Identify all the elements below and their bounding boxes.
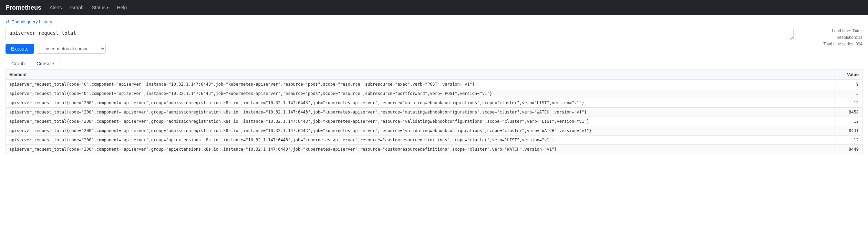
query-stats: Load time: 74ms Resolution: 1s Total tim… — [819, 28, 862, 48]
nav-status-dropdown[interactable]: Status ▾ — [92, 5, 109, 10]
execute-button[interactable]: Execute — [6, 44, 34, 54]
element-cell: apiserver_request_total{code="200",compo… — [6, 98, 835, 108]
table-row: apiserver_request_total{code="200",compo… — [6, 145, 862, 154]
metric-select[interactable]: - insert metric at cursor - — [37, 44, 106, 54]
value-cell: 8458 — [835, 108, 862, 117]
query-history-icon: ↺ — [6, 19, 9, 24]
column-header-element: Element — [6, 69, 835, 80]
tab-graph[interactable]: Graph — [6, 58, 31, 69]
nav-help[interactable]: Help — [117, 3, 127, 12]
table-row: apiserver_request_total{code="0",compone… — [6, 89, 862, 98]
table-row: apiserver_request_total{code="200",compo… — [6, 126, 862, 136]
value-cell: 12 — [835, 117, 862, 126]
navbar-brand: Prometheus — [6, 4, 41, 11]
nav-alerts[interactable]: Alerts — [50, 3, 62, 12]
value-cell: 8449 — [835, 145, 862, 154]
total-time-series-stat: Total time series: 394 — [824, 41, 862, 47]
table-row: apiserver_request_total{code="0",compone… — [6, 80, 862, 89]
table-row: apiserver_request_total{code="200",compo… — [6, 108, 862, 117]
table-row: apiserver_request_total{code="200",compo… — [6, 117, 862, 126]
nav-graph[interactable]: Graph — [70, 3, 84, 12]
value-cell: 12 — [835, 136, 862, 145]
resolution-stat: Resolution: 1s — [824, 34, 862, 41]
table-row: apiserver_request_total{code="200",compo… — [6, 98, 862, 108]
results-table-wrapper: Element Value apiserver_request_total{co… — [6, 69, 862, 154]
main-content: ↺ Enable query history Load time: 74ms R… — [0, 15, 868, 158]
element-cell: apiserver_request_total{code="200",compo… — [6, 108, 835, 117]
query-history-label: Enable query history — [11, 19, 52, 24]
element-cell: apiserver_request_total{code="200",compo… — [6, 145, 835, 154]
table-row: apiserver_request_total{code="200",compo… — [6, 136, 862, 145]
value-cell: 8431 — [835, 126, 862, 136]
column-header-value: Value — [835, 69, 862, 80]
chevron-down-icon: ▾ — [107, 6, 108, 10]
enable-query-history-link[interactable]: ↺ Enable query history — [6, 19, 862, 24]
query-actions: Execute - insert metric at cursor - — [6, 44, 862, 54]
value-cell: 12 — [835, 98, 862, 108]
tab-console[interactable]: Console — [31, 58, 60, 69]
results-table: Element Value apiserver_request_total{co… — [6, 69, 862, 154]
element-cell: apiserver_request_total{code="200",compo… — [6, 136, 835, 145]
value-cell: 3 — [835, 89, 862, 98]
element-cell: apiserver_request_total{code="200",compo… — [6, 117, 835, 126]
load-time-stat: Load time: 74ms — [824, 28, 862, 34]
element-cell: apiserver_request_total{code="0",compone… — [6, 89, 835, 98]
element-cell: apiserver_request_total{code="0",compone… — [6, 80, 835, 89]
nav-status-label: Status — [92, 5, 106, 10]
navbar: Prometheus Alerts Graph Status ▾ Help — [0, 0, 868, 15]
value-cell: 9 — [835, 80, 862, 89]
element-cell: apiserver_request_total{code="200",compo… — [6, 126, 835, 136]
tabs: Graph Console — [6, 58, 862, 69]
query-input[interactable] — [6, 28, 794, 40]
